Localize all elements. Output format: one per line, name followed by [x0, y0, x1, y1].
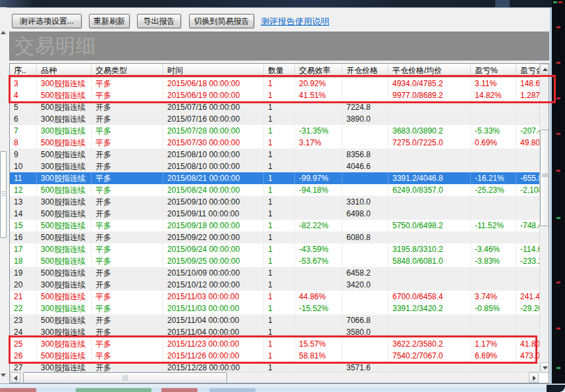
cell-seq: 18 [10, 255, 37, 267]
cell-seq: 17 [10, 243, 37, 255]
cell-trade_type: 平多 [92, 184, 163, 196]
cell-open_price [342, 303, 389, 314]
table-horizontal-scrollbar[interactable] [10, 372, 539, 383]
cell-seq: 25 [10, 338, 37, 350]
cell-close_avg [389, 101, 471, 113]
table-row[interactable]: 13300股指连续开多2015/09/10 00:00:0013310.0 [10, 196, 539, 208]
cell-pl_pct: 14.82% [471, 89, 516, 101]
cell-seq: 5 [10, 101, 37, 113]
vertical-scrollbar-thumb[interactable] [540, 130, 549, 226]
cell-qty: 1 [264, 113, 295, 125]
refresh-button[interactable]: 重新刷新 [89, 14, 130, 28]
table-row[interactable]: 10300股指连续开多2015/08/10 00:00:0014046.6 [10, 160, 539, 172]
cell-pl_amount: 473.00 [516, 350, 539, 362]
column-header-0[interactable]: 序.. [10, 64, 37, 77]
export-report-button[interactable]: 导出报告 [137, 14, 181, 28]
column-header-9[interactable]: 盈亏金额 [516, 64, 539, 77]
table-row[interactable]: 17300股指连续平多2015/09/24 00:00:001-43.59%31… [10, 243, 539, 255]
scroll-left-button[interactable] [11, 372, 20, 383]
table-row[interactable]: 9500股指连续开多2015/08/10 00:00:0018356.8 [10, 149, 539, 160]
cell-time: 2015/10/09 00:00:00 [163, 267, 264, 279]
table-vertical-scrollbar[interactable] [539, 64, 549, 373]
scroll-down-icon[interactable] [1, 374, 6, 377]
cell-seq: 3 [10, 78, 37, 89]
table-row[interactable]: 18500股指连续平多2015/09/25 00:00:001-53.67%58… [10, 255, 539, 267]
table-row[interactable]: 20300股指连续开多2015/10/12 00:00:0013420.0 [10, 279, 539, 291]
table-row[interactable]: 25300股指连续平多2015/11/23 00:00:00115.57%362… [10, 338, 539, 350]
chevron-right-icon [533, 376, 536, 381]
cell-close_avg: 3391.2/4046.8 [389, 172, 471, 184]
cell-open_price [342, 184, 389, 196]
cell-trade_type: 平多 [92, 137, 163, 149]
cell-open_price [342, 338, 389, 350]
cell-open_price [342, 255, 389, 267]
table-row[interactable]: 3300股指连续平多2015/06/18 00:00:00120.92%4934… [10, 78, 539, 89]
table-row[interactable]: 8500股指连续平多2015/07/30 00:00:0013.17%7275.… [10, 137, 539, 149]
table-row[interactable]: 6300股指连续开多2015/07/16 00:00:0013890.0 [10, 113, 539, 125]
table-row[interactable]: 22300股指连续平多2015/11/03 00:00:001-15.52%33… [10, 303, 539, 314]
column-header-2[interactable]: 交易类型 [92, 64, 163, 77]
outer-scrollbar-thumb[interactable] [0, 151, 7, 238]
cell-variety: 300股指连续 [37, 326, 92, 338]
horizontal-scrollbar-thumb[interactable] [23, 372, 227, 383]
cell-time: 2015/08/10 00:00:00 [163, 149, 264, 160]
cell-close_avg: 7540.2/7067.0 [389, 350, 471, 362]
cell-qty: 1 [264, 172, 295, 184]
table-row[interactable]: 15500股指连续平多2015/09/18 00:00:001-82.22%57… [10, 220, 539, 232]
cell-pl_amount: -2,108.2 [516, 184, 539, 196]
cell-close_avg [389, 113, 471, 125]
cell-variety: 500股指连续 [37, 137, 92, 149]
cell-trade_type: 开多 [92, 326, 163, 338]
table-rows-viewport: 3300股指连续平多2015/06/18 00:00:00120.92%4934… [10, 78, 539, 373]
scroll-up-icon[interactable] [1, 31, 6, 34]
cell-time: 2015/07/28 00:00:00 [163, 125, 264, 137]
cell-pl_amount [516, 101, 539, 113]
cell-open_price: 3890.0 [342, 113, 389, 125]
cell-variety: 300股指连续 [37, 303, 92, 314]
cell-close_avg [389, 149, 471, 160]
table-row[interactable]: 11300股指连续平多2015/08/21 00:00:001-99.97%33… [10, 172, 539, 184]
cell-open_price [342, 125, 389, 137]
cell-seq: 7 [10, 125, 37, 137]
column-header-5[interactable]: 交易效率 [295, 64, 342, 77]
column-header-8[interactable]: 盈亏% [471, 64, 516, 77]
scroll-down-button[interactable] [540, 362, 549, 373]
table-row[interactable]: 21500股指连续平多2015/11/03 00:00:00144.86%670… [10, 291, 539, 303]
cell-pl_amount: 49.80 [516, 137, 539, 149]
cell-pl_pct: -5.33% [471, 125, 516, 137]
table-row[interactable]: 26500股指连续平多2015/11/26 00:00:00158.81%754… [10, 350, 539, 362]
cell-trade_type: 开多 [92, 314, 163, 326]
cell-variety: 500股指连续 [37, 101, 92, 113]
table-row[interactable]: 24300股指连续开多2015/11/04 00:00:0013580.0 [10, 326, 539, 338]
cell-pl_pct: -11.52% [471, 220, 516, 232]
evaluation-options-button[interactable]: 测评选项设置... [12, 14, 82, 28]
switch-simple-report-button[interactable]: 切换到简易报告 [189, 14, 254, 28]
table-row[interactable]: 5500股指连续开多2015/07/16 00:00:0017224.8 [10, 101, 539, 113]
scroll-up-button[interactable] [540, 64, 549, 74]
cell-efficiency [295, 208, 342, 220]
cell-pl_amount [516, 160, 539, 172]
column-header-6[interactable]: 开仓价格 [342, 64, 389, 77]
column-header-3[interactable]: 时间 [163, 64, 264, 77]
cell-close_avg: 6249.0/8357.0 [389, 184, 471, 196]
column-header-1[interactable]: 品种 [37, 64, 92, 77]
cell-open_price [342, 243, 389, 255]
table-row[interactable]: 12500股指连续平多2015/08/24 00:00:001-94.18%62… [10, 184, 539, 196]
cell-efficiency: -82.22% [295, 220, 342, 232]
report-help-link[interactable]: 测评报告使用说明 [261, 16, 329, 28]
cell-seq: 21 [10, 291, 37, 303]
table-row[interactable]: 7300股指连续平多2015/07/28 00:00:001-31.35%368… [10, 125, 539, 137]
table-row[interactable]: 23500股指连续开多2015/11/04 00:00:0017066.8 [10, 314, 539, 326]
column-header-7[interactable]: 平仓价格/均价 [389, 64, 471, 77]
table-row[interactable]: 16500股指连续开多2015/09/22 00:00:0016080.8 [10, 232, 539, 243]
table-row[interactable]: 19500股指连续开多2015/10/09 00:00:0016458.2 [10, 267, 539, 279]
table-row[interactable]: 14500股指连续开多2015/09/11 00:00:0016498.0 [10, 208, 539, 220]
scroll-right-button[interactable] [529, 372, 539, 383]
cell-pl_amount [516, 232, 539, 243]
cell-efficiency: -99.97% [295, 172, 342, 184]
cell-time: 2015/11/04 00:00:00 [163, 314, 264, 326]
cell-time: 2015/10/12 00:00:00 [163, 279, 264, 291]
cell-pl_amount [516, 326, 539, 338]
table-row[interactable]: 4500股指连续平多2015/06/19 00:00:00141.51%9977… [10, 89, 539, 101]
column-header-4[interactable]: 数量 [264, 64, 295, 77]
